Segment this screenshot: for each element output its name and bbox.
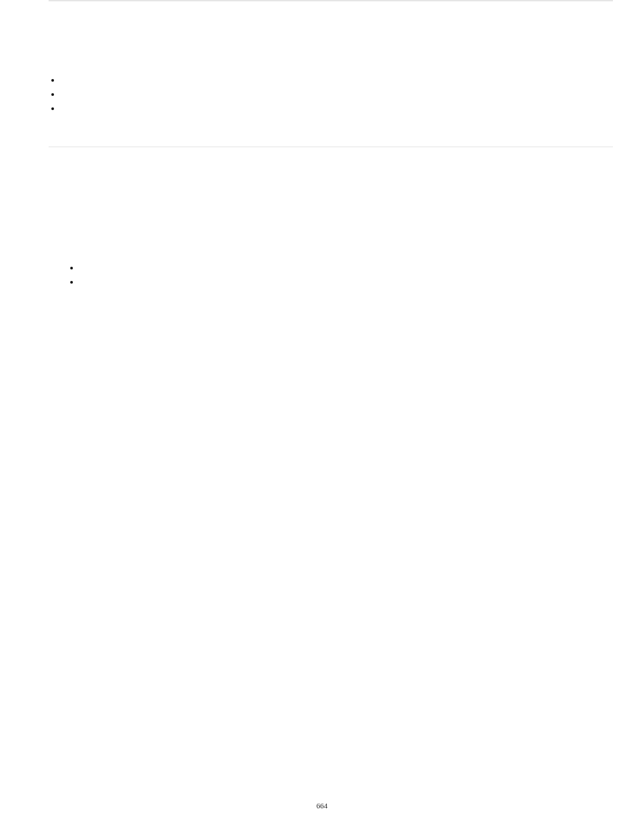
bullet-list-a — [49, 73, 613, 115]
section-divider-3 — [49, 147, 613, 147]
list-item — [61, 101, 613, 115]
list-item — [80, 275, 613, 289]
page-body: 664 — [0, 0, 644, 834]
section-divider-2 — [49, 1, 613, 1]
list-items — [49, 73, 613, 115]
bullet-list-b — [68, 261, 613, 289]
list-item — [61, 87, 613, 101]
page-number: 664 — [0, 802, 644, 810]
list-item — [80, 261, 613, 275]
list-items — [68, 261, 613, 289]
list-item — [61, 73, 613, 87]
